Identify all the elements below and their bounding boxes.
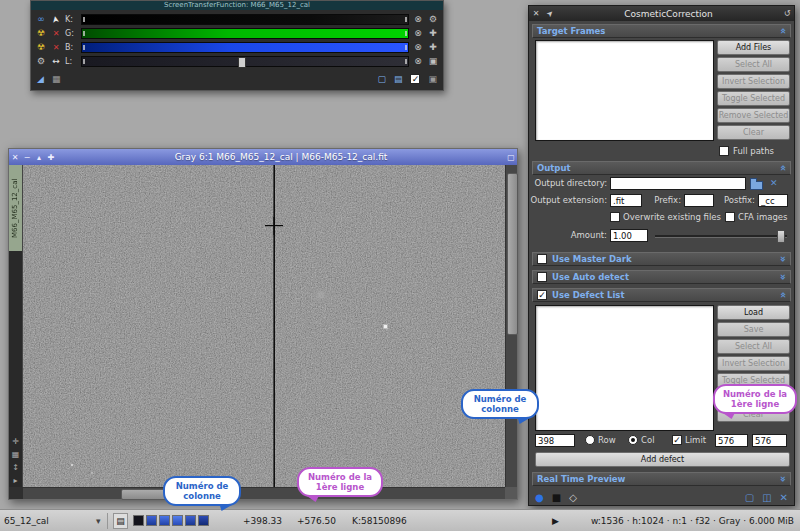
limit-checkbox[interactable]: ✓ bbox=[672, 435, 682, 445]
documentation-icon[interactable]: ◫ bbox=[762, 492, 771, 503]
link-rgb-icon[interactable]: ∞ bbox=[35, 14, 47, 25]
amount-slider[interactable] bbox=[655, 229, 787, 242]
grid-icon[interactable]: ▦ bbox=[52, 74, 61, 84]
expand-icon[interactable]: « bbox=[778, 476, 788, 482]
amount-field[interactable] bbox=[610, 229, 648, 242]
cursor-icon[interactable]: ➤ bbox=[50, 12, 63, 26]
k-histogram-slider[interactable] bbox=[81, 14, 409, 25]
channel-off-icon[interactable]: ✕ bbox=[50, 28, 62, 39]
expand-icon[interactable]: « bbox=[778, 274, 788, 280]
maximize-icon[interactable]: ▢ bbox=[505, 153, 517, 162]
wrench-icon[interactable]: ⚙ bbox=[35, 56, 47, 67]
link-rgb-checkbox[interactable]: ✓ bbox=[410, 74, 420, 84]
collapse-icon[interactable]: « bbox=[778, 292, 788, 298]
image-tab[interactable]: M66_M65_12_cal bbox=[9, 165, 22, 251]
new-instance-icon[interactable]: ● bbox=[535, 492, 544, 503]
crosshair-icon[interactable]: ✛ bbox=[12, 437, 19, 446]
col-radio[interactable] bbox=[628, 435, 638, 445]
pin-icon[interactable]: ➤ bbox=[542, 5, 558, 21]
expand-icon[interactable]: « bbox=[778, 256, 788, 262]
prefix-field[interactable] bbox=[684, 194, 714, 207]
play-icon[interactable]: ▶ bbox=[552, 510, 559, 531]
defect-coordinate-field[interactable] bbox=[535, 434, 575, 447]
h-arrows-icon[interactable]: ↔ bbox=[50, 56, 62, 67]
monitor-icon[interactable]: ▣ bbox=[428, 74, 437, 84]
edit-source-icon[interactable]: ▢ bbox=[745, 492, 754, 503]
b-histogram-slider[interactable] bbox=[81, 42, 409, 53]
image-window-titlebar[interactable]: ✕ − ▴ ✚ Gray 6:1 M66_M65_12_cal | M66-M6… bbox=[9, 149, 517, 165]
new-instance-icon[interactable]: ◢ bbox=[37, 74, 44, 84]
target-frames-list[interactable] bbox=[535, 40, 714, 141]
full-paths-checkbox[interactable] bbox=[719, 146, 729, 156]
use-defect-list-checkbox[interactable]: ✓ bbox=[537, 290, 547, 300]
document-icon[interactable]: ▤ bbox=[394, 74, 403, 84]
thumbnail-square[interactable] bbox=[146, 515, 157, 526]
reset-icon[interactable]: ↺ bbox=[780, 9, 794, 18]
section-real-time-preview[interactable]: Real Time Preview « bbox=[532, 472, 791, 486]
overwrite-checkbox[interactable] bbox=[610, 212, 620, 222]
dialog-titlebar[interactable]: ✕ ➤ CosmeticCorrection ↺ bbox=[529, 6, 794, 21]
clear-directory-icon[interactable]: ✕ bbox=[770, 177, 778, 190]
nuclear-icon[interactable]: ☢ bbox=[35, 42, 47, 53]
vertical-scrollbar[interactable] bbox=[505, 165, 517, 487]
close-icon[interactable]: ✕ bbox=[9, 153, 21, 162]
use-master-dark-checkbox[interactable] bbox=[537, 254, 547, 264]
defect-list[interactable] bbox=[535, 305, 714, 431]
edit-instance-icon[interactable]: ▢ bbox=[377, 74, 386, 84]
section-use-auto-detect[interactable]: Use Auto detect « bbox=[532, 270, 791, 284]
gear-icon[interactable]: ⚙ bbox=[427, 14, 439, 25]
section-target-frames[interactable]: Target Frames « bbox=[532, 24, 791, 38]
add-defect-button[interactable]: Add defect bbox=[535, 452, 790, 467]
image-canvas[interactable] bbox=[23, 165, 505, 487]
cfa-images-checkbox[interactable] bbox=[725, 212, 735, 222]
slider-thumb[interactable] bbox=[238, 57, 246, 68]
channel-off-icon[interactable]: ✕ bbox=[50, 42, 62, 53]
reset-channel-icon[interactable]: ⊗ bbox=[412, 14, 424, 25]
play-small-icon[interactable]: ▸ bbox=[13, 476, 17, 485]
g-histogram-slider[interactable] bbox=[81, 28, 409, 39]
vertical-scroll-thumb[interactable] bbox=[507, 173, 518, 335]
section-use-defect-list[interactable]: ✓ Use Defect List « bbox=[532, 288, 791, 302]
slider-handle[interactable] bbox=[777, 230, 785, 243]
thumbnail-square[interactable] bbox=[172, 515, 183, 526]
reset-channel-icon[interactable]: ⊗ bbox=[412, 56, 424, 67]
thumbnail-square[interactable] bbox=[185, 515, 196, 526]
monitor-icon[interactable]: ▣ bbox=[427, 56, 439, 67]
shade-icon[interactable]: ▴ bbox=[33, 153, 45, 162]
realtime-preview-icon[interactable]: ◇ bbox=[569, 492, 577, 503]
stf-window-title[interactable]: ScreenTransferFunction: M66_M65_12_cal bbox=[31, 1, 443, 10]
collapse-icon[interactable]: « bbox=[778, 165, 788, 171]
nuclear-icon[interactable]: ☢ bbox=[35, 28, 47, 39]
load-button[interactable]: Load bbox=[717, 305, 790, 320]
close-icon[interactable]: ✕ bbox=[529, 9, 543, 18]
collapse-icon[interactable]: « bbox=[778, 28, 788, 34]
thumbnail-square[interactable] bbox=[198, 515, 209, 526]
dropdown-icon[interactable]: ▾ bbox=[96, 510, 101, 531]
active-image-selector[interactable]: 65_12_cal bbox=[4, 510, 49, 531]
iconize-icon[interactable]: − bbox=[21, 153, 33, 162]
use-auto-detect-checkbox[interactable] bbox=[537, 272, 547, 282]
add-files-button[interactable]: Add Files bbox=[717, 40, 790, 55]
row-radio[interactable] bbox=[585, 435, 595, 445]
page-icon[interactable]: ▤ bbox=[113, 513, 128, 529]
section-output[interactable]: Output « bbox=[532, 161, 791, 175]
grid-icon[interactable]: ▦ bbox=[12, 450, 20, 459]
l-range-slider[interactable] bbox=[81, 56, 409, 67]
postfix-field[interactable] bbox=[758, 194, 788, 207]
horizontal-scrollbar[interactable] bbox=[23, 487, 505, 499]
limit-from-field[interactable] bbox=[715, 434, 748, 447]
output-directory-field[interactable] bbox=[610, 177, 746, 190]
zoom-icon[interactable]: ✚ bbox=[45, 153, 57, 162]
move-icon[interactable]: ✚ bbox=[427, 42, 439, 53]
reset-channel-icon[interactable]: ⊗ bbox=[412, 42, 424, 53]
output-extension-field[interactable] bbox=[610, 194, 642, 207]
folder-icon[interactable] bbox=[749, 177, 764, 190]
v-arrows-icon[interactable]: ↕ bbox=[12, 463, 19, 472]
limit-to-field[interactable] bbox=[752, 434, 787, 447]
thumbnail-square[interactable] bbox=[133, 515, 144, 526]
thumbnail-square[interactable] bbox=[159, 515, 170, 526]
cancel-icon[interactable]: ✕ bbox=[780, 492, 788, 503]
section-use-master-dark[interactable]: Use Master Dark « bbox=[532, 252, 791, 266]
reset-channel-icon[interactable]: ⊗ bbox=[412, 28, 424, 39]
apply-global-icon[interactable]: ■ bbox=[552, 492, 561, 503]
